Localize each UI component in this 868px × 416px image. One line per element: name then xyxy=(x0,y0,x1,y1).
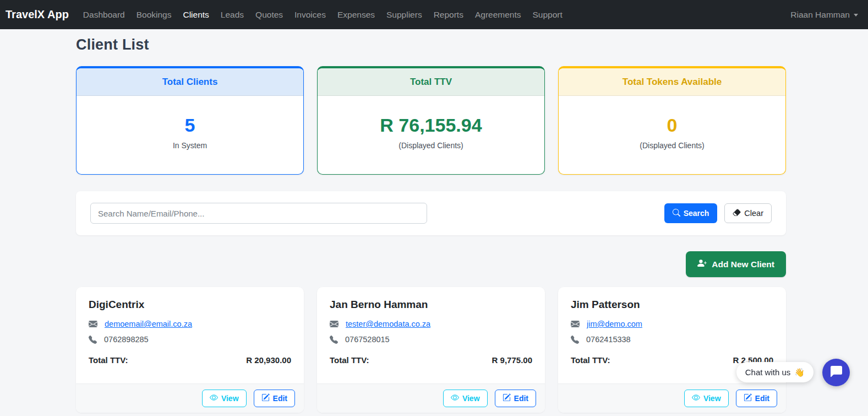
user-name: Riaan Hamman xyxy=(790,10,850,20)
nav-item-agreements[interactable]: Agreements xyxy=(475,10,521,20)
envelope-icon xyxy=(571,320,580,328)
summary-card-value: 0 xyxy=(667,116,678,134)
nav-item-support[interactable]: Support xyxy=(533,10,563,20)
chat-bubble-icon xyxy=(831,366,842,379)
search-button-label: Search xyxy=(684,209,709,218)
summary-card-total-clients: Total Clients 5 In System xyxy=(76,66,304,175)
user-menu[interactable]: Riaan Hamman xyxy=(790,10,858,20)
chat-launcher-button[interactable] xyxy=(822,359,850,386)
page-title: Client List xyxy=(76,36,786,53)
client-cards-grid: DigiCentrix demoemail@email.co.za 076289… xyxy=(76,287,786,413)
chat-with-us-bubble[interactable]: Chat with us 👋 xyxy=(736,362,814,382)
search-icon xyxy=(673,209,680,218)
caret-down-icon xyxy=(854,14,858,17)
client-phone: 0762415338 xyxy=(586,335,631,344)
edit-client-button[interactable]: Edit xyxy=(495,390,536,407)
nav-item-reports[interactable]: Reports xyxy=(434,10,463,20)
summary-card-value: 5 xyxy=(185,116,195,134)
search-panel: Search Clear xyxy=(76,191,786,235)
client-card: Jan Berno Hamman tester@demodata.co.za 0… xyxy=(317,287,545,413)
nav-item-quotes[interactable]: Quotes xyxy=(255,10,283,20)
view-client-button[interactable]: View xyxy=(202,390,247,407)
search-button[interactable]: Search xyxy=(664,203,718,223)
view-client-button[interactable]: View xyxy=(443,390,488,407)
add-new-client-button[interactable]: Add New Client xyxy=(686,251,786,277)
summary-card-total-tokens: Total Tokens Available 0 (Displayed Clie… xyxy=(558,66,786,175)
nav-item-dashboard[interactable]: Dashboard xyxy=(83,10,125,20)
client-name: DigiCentrix xyxy=(89,299,291,311)
ttv-label: Total TTV: xyxy=(89,355,128,365)
client-card: Jim Patterson jim@demo.com 0762415338 To… xyxy=(558,287,786,413)
pencil-square-icon xyxy=(261,393,270,403)
add-new-client-label: Add New Client xyxy=(712,260,774,269)
summary-card-title: Total TTV xyxy=(318,68,544,96)
clear-button-label: Clear xyxy=(744,209,763,218)
edit-client-button[interactable]: Edit xyxy=(736,390,777,407)
eye-icon xyxy=(692,393,700,403)
app-brand[interactable]: TravelX App xyxy=(6,8,69,21)
client-name: Jim Patterson xyxy=(571,299,773,311)
nav-item-bookings[interactable]: Bookings xyxy=(137,10,172,20)
envelope-icon xyxy=(330,320,339,328)
envelope-icon xyxy=(89,320,97,328)
client-phone: 0767528015 xyxy=(345,335,390,344)
summary-card-value: R 76,155.94 xyxy=(380,116,482,134)
nav-item-invoices[interactable]: Invoices xyxy=(294,10,326,20)
eye-icon xyxy=(210,393,218,403)
phone-icon xyxy=(571,336,579,344)
clear-button[interactable]: Clear xyxy=(724,203,772,223)
client-email-link[interactable]: tester@demodata.co.za xyxy=(346,320,430,328)
phone-icon xyxy=(89,336,97,344)
navbar: TravelX App Dashboard Bookings Clients L… xyxy=(0,0,868,29)
view-client-button[interactable]: View xyxy=(684,390,729,407)
pencil-square-icon xyxy=(744,393,752,403)
edit-client-button[interactable]: Edit xyxy=(254,390,295,407)
client-name: Jan Berno Hamman xyxy=(330,299,532,311)
nav-item-leads[interactable]: Leads xyxy=(221,10,244,20)
ttv-value: R 9,775.00 xyxy=(492,355,532,365)
person-plus-icon xyxy=(697,258,707,270)
eraser-icon xyxy=(733,208,741,218)
ttv-label: Total TTV: xyxy=(571,355,610,365)
summary-card-title: Total Clients xyxy=(77,68,303,96)
summary-card-subtitle: (Displayed Clients) xyxy=(640,141,704,150)
summary-cards-row: Total Clients 5 In System Total TTV R 76… xyxy=(76,66,786,175)
wave-emoji: 👋 xyxy=(794,368,805,377)
nav-links: Dashboard Bookings Clients Leads Quotes … xyxy=(83,10,563,20)
ttv-value: R 20,930.00 xyxy=(246,355,291,365)
summary-card-subtitle: (Displayed Clients) xyxy=(398,141,463,150)
nav-item-suppliers[interactable]: Suppliers xyxy=(386,10,422,20)
ttv-label: Total TTV: xyxy=(330,355,369,365)
pencil-square-icon xyxy=(503,393,511,403)
search-input[interactable] xyxy=(90,203,427,224)
nav-item-clients[interactable]: Clients xyxy=(183,10,209,20)
summary-card-subtitle: In System xyxy=(173,141,207,150)
chat-label: Chat with us xyxy=(745,368,791,377)
summary-card-title: Total Tokens Available xyxy=(559,68,785,96)
client-email-link[interactable]: demoemail@email.co.za xyxy=(105,320,192,328)
main-content: Client List Total Clients 5 In System To… xyxy=(76,36,786,413)
client-email-link[interactable]: jim@demo.com xyxy=(587,320,642,328)
summary-card-total-ttv: Total TTV R 76,155.94 (Displayed Clients… xyxy=(317,66,545,175)
eye-icon xyxy=(451,393,459,403)
client-card: DigiCentrix demoemail@email.co.za 076289… xyxy=(76,287,304,413)
phone-icon xyxy=(330,336,338,344)
nav-item-expenses[interactable]: Expenses xyxy=(337,10,375,20)
client-phone: 0762898285 xyxy=(104,335,149,344)
